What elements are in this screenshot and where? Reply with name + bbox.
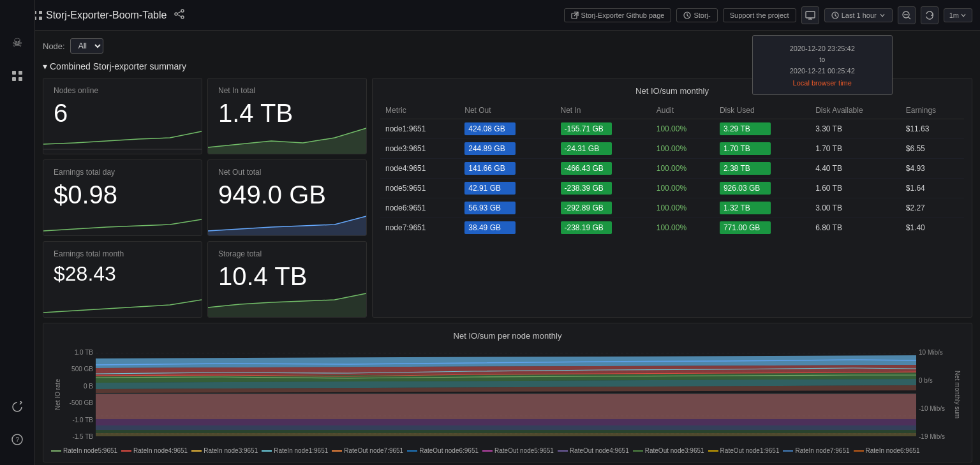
sparkline-storage (208, 288, 366, 317)
cell-earnings: $2.27 (901, 198, 964, 218)
legend-item[interactable]: RateOut node7:9651 (332, 447, 403, 454)
time-range-picker[interactable]: Last 1 hour (824, 8, 893, 22)
legend-label: RateIn node5:9651 (63, 447, 117, 454)
cell-audit: 100.00% (651, 198, 715, 218)
legend-color (121, 450, 131, 452)
legend-color (633, 450, 643, 452)
topbar: Storj-Exporter-Boom-Table Storj-Exporter… (0, 0, 980, 31)
github-link-button[interactable]: Storj-Exporter Github page (564, 8, 672, 22)
sidebar: ☠ ? (0, 0, 35, 465)
chart-area: Net IO rate 1.0 TB 500 GB 0 B -500 GB -1… (51, 346, 964, 443)
cell-disk-used: 1.32 TB (715, 198, 810, 218)
y-axis-right-label: Net monthly sum (954, 371, 961, 418)
stat-title-earnings-month: Earnings total month (54, 249, 191, 258)
legend-item[interactable]: RateOut node6:9651 (407, 447, 479, 454)
zoom-out-button[interactable] (898, 6, 916, 24)
th-net-in: Net In (556, 102, 651, 119)
chart-title: Net IO/sum per node monthly (51, 331, 964, 341)
svg-point-12 (181, 10, 184, 12)
sidebar-icon-sync[interactable] (8, 397, 27, 420)
support-link-button[interactable]: Support the project (723, 8, 796, 22)
stat-title-storage: Storage total (218, 249, 356, 258)
cell-disk-used: 926.03 GB (715, 179, 810, 198)
support-link-label: Support the project (730, 11, 789, 19)
legend-label: RateOut node4:9651 (570, 447, 629, 454)
cell-disk-used: 3.29 TB (715, 119, 810, 139)
stat-value-storage: 10.4 TB (218, 263, 356, 289)
table-row: node4:9651 141.66 GB -466.43 GB 100.00% … (380, 159, 964, 179)
y-tick-neg1tb: -1.0 TB (72, 417, 93, 424)
sidebar-icon-search[interactable]: ☠ (8, 32, 26, 54)
table-row: node7:9651 38.49 GB -238.19 GB 100.00% 7… (380, 218, 964, 238)
legend-item[interactable]: RateOut node1:9651 (708, 447, 780, 454)
svg-marker-41 (96, 394, 916, 419)
legend-item[interactable]: RateIn node4:9651 (121, 447, 188, 454)
legend-item[interactable]: RateOut node3:9651 (633, 447, 704, 454)
external-link-icon (571, 11, 579, 19)
svg-line-16 (177, 15, 181, 17)
cell-net-out: 141.66 GB (459, 159, 555, 179)
y-axis-left-label: Net IO rate (54, 379, 61, 410)
stat-value-nodes-online: 6 (54, 100, 191, 126)
cell-earnings: $4.93 (901, 159, 964, 179)
refresh-interval-picker[interactable]: 1m (944, 8, 972, 22)
node-filter-select[interactable]: All (70, 38, 103, 54)
legend-item[interactable]: RateIn node7:9651 (783, 447, 849, 454)
legend-item[interactable]: RateOut node4:9651 (558, 447, 629, 454)
legend-color (482, 450, 493, 452)
chart-legend: RateIn node5:9651RateIn node4:9651RateIn… (51, 447, 964, 454)
sidebar-icon-apps[interactable] (8, 66, 27, 89)
svg-marker-42 (96, 419, 916, 425)
filter-label: Node: (43, 41, 65, 51)
legend-label: RateOut node3:9651 (645, 447, 704, 454)
share-icon[interactable] (174, 9, 184, 21)
y-right-tick-0: 0 b/s (919, 377, 933, 384)
table-row: node6:9651 56.93 GB -292.89 GB 100.00% 1… (380, 198, 964, 218)
cell-disk-avail: 1.70 TB (810, 139, 901, 159)
storj-link-button[interactable]: Storj- (676, 8, 717, 22)
refresh-interval-label: 1m (949, 11, 959, 19)
y-axis-left-label-wrapper: Net IO rate (51, 346, 64, 443)
legend-label: RateIn node1:9651 (274, 447, 328, 454)
sidebar-icon-help[interactable]: ? (8, 430, 27, 452)
y-tick-500gb: 500 GB (71, 365, 93, 373)
cell-audit: 100.00% (651, 218, 715, 238)
th-audit: Audit (651, 102, 715, 119)
monitor-icon-button[interactable] (801, 6, 819, 24)
page-title: Storj-Exporter-Boom-Table (46, 10, 167, 21)
cell-net-in: -24.31 GB (556, 139, 651, 159)
section-title: Combined Storj-exporter summary (50, 61, 186, 71)
cell-net-out: 424.08 GB (459, 119, 555, 139)
chart-svg (96, 346, 916, 441)
legend-label: RateIn node4:9651 (133, 447, 188, 454)
legend-item[interactable]: RateIn node6:9651 (854, 447, 920, 454)
legend-item[interactable]: RateOut node5:9651 (482, 447, 554, 454)
cell-net-out: 244.89 GB (459, 139, 555, 159)
time-to-label: 2020-12-21 00:25:42 (761, 66, 884, 77)
cell-audit: 100.00% (651, 179, 715, 198)
svg-rect-2 (12, 77, 16, 81)
y-right-tick-10: 10 Mib/s (919, 349, 943, 356)
stat-value-earnings-day: $0.98 (54, 182, 191, 207)
cell-net-in: -292.89 GB (556, 198, 651, 218)
refresh-button[interactable] (921, 6, 939, 24)
cell-net-in: -466.43 GB (556, 159, 651, 179)
legend-label: RateIn node7:9651 (795, 447, 849, 454)
sparkline-net-out (208, 207, 366, 235)
time-range-label: Last 1 hour (842, 11, 877, 19)
local-browser-time[interactable]: Local browser time (761, 79, 884, 87)
section-collapse-icon: ▾ (43, 61, 47, 71)
sparkline-net-in (208, 125, 366, 154)
storj-link-label: Storj- (694, 11, 710, 19)
svg-line-18 (574, 12, 578, 16)
cell-audit: 100.00% (651, 159, 715, 179)
stat-card-storage: Storage total 10.4 TB (207, 241, 367, 318)
stat-title-net-in: Net In total (218, 86, 356, 95)
legend-item[interactable]: RateIn node1:9651 (262, 447, 328, 454)
y-axis-left: 1.0 TB 500 GB 0 B -500 GB -1.0 TB -1.5 T… (64, 346, 96, 443)
legend-item[interactable]: RateIn node5:9651 (51, 447, 117, 454)
legend-item[interactable]: RateIn node3:9651 (191, 447, 258, 454)
legend-color (332, 450, 342, 452)
y-tick-neg500gb: -500 GB (70, 399, 93, 406)
cell-metric: node3:9651 (380, 139, 459, 159)
